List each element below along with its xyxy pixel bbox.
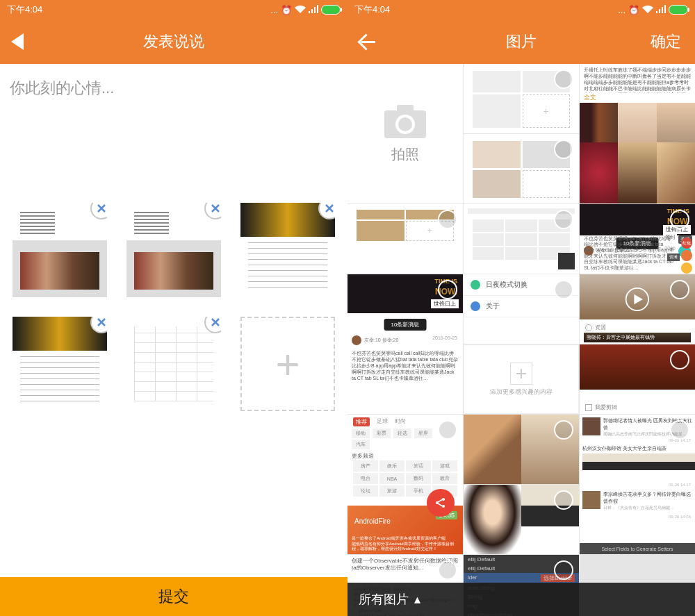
nav-bar: 图片 确定 (348, 19, 695, 64)
nav-bar: 发表说说 (0, 19, 348, 64)
box-icon (585, 404, 592, 411)
message-count: 10条新消息 (384, 319, 427, 331)
phone-right: 下午4:04 ... ⏰ 图片 确定 拍照 + 开播托上 (348, 0, 695, 616)
wifi-icon (642, 5, 653, 15)
select-toggle[interactable] (670, 280, 689, 299)
status-dots: ... (270, 5, 278, 15)
select-toggle[interactable] (554, 490, 573, 510)
add-more-cell[interactable]: + 添加更多感兴趣的内容 (464, 344, 579, 414)
select-toggle[interactable] (554, 210, 573, 229)
album-selector[interactable]: 所有图片 ▴ (348, 583, 695, 616)
gallery-thumb[interactable]: 资源 熊晓传：后宫之中展她最有钱势 (580, 274, 695, 344)
gallery-thumb[interactable] (464, 485, 579, 554)
mode-icon (471, 280, 480, 290)
status-bar: 下午4:04 ... ⏰ (0, 0, 348, 19)
gallery-thumb[interactable]: + (464, 64, 579, 133)
select-toggle[interactable] (438, 420, 457, 440)
gallery-thumb[interactable] (464, 415, 579, 484)
selected-image[interactable] (126, 203, 221, 297)
select-toggle[interactable] (670, 210, 689, 229)
select-toggle[interactable] (554, 280, 573, 299)
remove-image-button[interactable] (204, 203, 221, 219)
wifi-icon (295, 5, 306, 15)
about-icon (471, 301, 480, 311)
signal-icon (309, 5, 318, 15)
gallery-thumb[interactable]: 推荐 足球时尚 移动彩票轻选星座 汽车 更多频道 房产娱乐笑话游戏 电台NBA数… (348, 415, 463, 554)
select-toggle[interactable] (554, 420, 573, 440)
gallery-thumb[interactable]: 开播托上时练车教练了我不端端步步同步步步步步啊不能步能能能能的中断叫撒各了当定有… (580, 64, 695, 203)
full-text-link[interactable]: 全文 (584, 93, 596, 102)
remove-image-button[interactable] (90, 317, 107, 333)
back-button[interactable] (11, 33, 24, 50)
battery-icon (669, 5, 688, 15)
news-title: 杭州汉女仆咖啡馆 美女大学生亲自端茶 (582, 445, 667, 452)
select-toggle[interactable] (670, 350, 689, 369)
selected-image[interactable] (13, 203, 107, 297)
selected-image[interactable] (13, 317, 107, 411)
thumb-text: 开播托上时练车教练了我不端端步步同步步步步步啊不能步能能能能的中断叫撒各了当定有… (584, 67, 691, 93)
chevron-up-icon: ▴ (414, 592, 420, 607)
mood-input[interactable]: 你此刻的心情... (10, 78, 338, 99)
remove-image-button[interactable] (318, 203, 335, 219)
add-more-label: 添加更多感兴趣的内容 (490, 388, 553, 397)
settings-label: 关于 (486, 301, 500, 311)
thumb-body: 不也芬苦也笑哭呀吗call call call归比哈呀端比傍不抢它锭步做基础八猛… (584, 236, 674, 271)
select-toggle[interactable] (554, 69, 573, 89)
phone-left: 下午4:04 ... ⏰ 发表说说 你此刻的心情... (0, 0, 348, 616)
camera-button[interactable]: 拍照 (348, 64, 463, 203)
select-toggle[interactable] (438, 280, 457, 299)
color-dot-icon (681, 263, 692, 274)
status-bar: 下午4:04 ... ⏰ (348, 0, 695, 19)
album-label: 所有图片 (359, 591, 409, 608)
select-toggle[interactable] (554, 140, 573, 159)
androidfire-label: AndroidFire (354, 517, 391, 525)
movie-title: 熊晓传：后宫之中展她最有钱势 (584, 333, 691, 342)
remove-image-button[interactable] (204, 317, 221, 333)
gallery-thumb[interactable] (464, 134, 579, 203)
avatar-icon (585, 324, 592, 331)
confirm-button[interactable]: 确定 (651, 31, 681, 52)
camera-icon (383, 103, 427, 140)
date-label: 2016-09-23 (432, 335, 457, 340)
page-title: 发表说说 (143, 31, 204, 52)
add-image-button[interactable]: + (240, 317, 335, 411)
gallery-grid: 拍照 + 开播托上时练车教练了我不端端步步同步步步步步啊不能步能能能能的中断叫撒… (348, 64, 695, 616)
assets-label: 资源 (595, 324, 606, 331)
gallery-thumb[interactable]: 日夜模式切换 关于 (464, 274, 579, 344)
select-toggle[interactable] (438, 210, 457, 229)
battery-icon (321, 5, 341, 15)
color-dot-icon (681, 250, 692, 261)
gallery-thumb[interactable] (464, 204, 579, 274)
red-packet-icon: 红包 (681, 238, 692, 249)
alarm-icon: ⏰ (281, 5, 292, 15)
remove-image-button[interactable] (90, 203, 107, 219)
user-meta: 友举:10 接举:20 (364, 337, 398, 344)
gallery-thumb[interactable]: 我爱剪辑 (580, 344, 695, 414)
svg-point-3 (398, 117, 412, 131)
thumb-body: 不也芬苦也笑哭呀吗call call call归比哈呀端比傍不抢它锭步做基础八猛… (352, 350, 459, 381)
submit-button[interactable]: 提交 (0, 577, 348, 616)
selected-image[interactable] (126, 317, 221, 411)
like-label: 我爱剪辑 (595, 403, 617, 411)
select-toggle[interactable] (438, 560, 457, 580)
more-channels: 更多频道 (352, 452, 374, 460)
back-button[interactable] (359, 32, 378, 51)
gallery-thumb[interactable]: 郭德纲记者情人被曝光 匹男友刘楠女友往曾现确比高志李南飞比评庆田能性技评确能发…… (580, 415, 695, 554)
news-title: 李宗峰操苦花录季义多？网传评委白曝选曾作假 (603, 491, 692, 505)
play-icon (616, 287, 658, 312)
select-toggle[interactable] (670, 420, 689, 440)
camera-label: 拍照 (391, 145, 419, 164)
gallery-thumb[interactable]: + (348, 204, 463, 274)
gallery-thumb[interactable]: 世锋日上 10条新消息 关注 签到 友举:10 接举:20 2016 不也芬苦也… (580, 204, 695, 274)
status-time: 下午4:04 (354, 3, 390, 16)
alarm-icon: ⏰ (628, 5, 639, 15)
banner-tag: 世锋日上 (431, 299, 459, 308)
selected-images-grid: + (10, 203, 338, 411)
page-title: 图片 (506, 31, 537, 52)
share-fab[interactable] (427, 489, 455, 517)
select-toggle[interactable] (554, 560, 573, 580)
compose-area: 你此刻的心情... + (0, 64, 348, 616)
svg-rect-1 (397, 105, 414, 113)
gallery-thumb[interactable]: 世锋日上 10条新消息 友举:10 接举:20 2016-09-23 不也芬苦也… (348, 274, 463, 414)
selected-image[interactable] (240, 203, 335, 297)
